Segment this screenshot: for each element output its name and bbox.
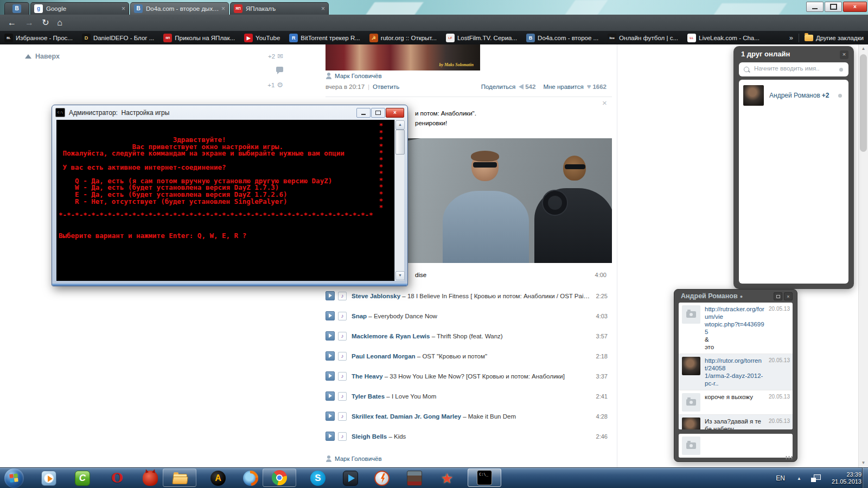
bookmark-item-0[interactable]: BLИзбранное - Прос... — [4, 34, 73, 42]
chat-message-link[interactable]: wtopic.php?t=4436995 — [705, 320, 764, 336]
audio-row-3[interactable]: ♪Paul Leonard Morgan – OST "Кровью и пот… — [326, 346, 608, 366]
home-button[interactable]: ⌂ — [53, 16, 66, 29]
taskbar-app-aimp[interactable] — [210, 471, 226, 486]
audio-artist-link[interactable]: Paul Leonard Morgan — [352, 353, 416, 359]
taskbar-app-firefox[interactable] — [243, 471, 258, 486]
add-audio-icon[interactable]: ♪ — [338, 312, 347, 320]
browser-tab-1[interactable]: gGoogle× — [30, 2, 129, 15]
chat-title[interactable]: Андрей Романов● — [681, 292, 743, 300]
language-indicator[interactable]: EN — [776, 474, 785, 482]
taskbar-app-player[interactable] — [343, 471, 358, 486]
window-close-button[interactable]: × — [843, 2, 867, 12]
friend-name-link[interactable]: Андрей Романов — [769, 92, 820, 99]
cmd-titlebar[interactable]: C:\ Администратор: Настройка игры × — [52, 105, 407, 120]
taskbar-app-wmp[interactable] — [41, 471, 56, 486]
clock[interactable]: 23:39 21.05.2013 — [832, 471, 861, 485]
browser-tab-3[interactable]: ЯПЯПлакалъ× — [230, 2, 329, 15]
cmd-minimize-button[interactable] — [356, 108, 371, 118]
add-audio-icon[interactable]: ♪ — [338, 292, 347, 300]
comments-badge[interactable] — [251, 67, 283, 72]
taskbar-app-explorer[interactable] — [163, 468, 196, 487]
hide-post-close-icon[interactable]: × — [602, 100, 607, 106]
show-desktop-button[interactable] — [862, 467, 868, 488]
chat-close-button[interactable]: × — [784, 292, 793, 300]
bookmarks-overflow-chevron[interactable]: » — [789, 34, 793, 42]
cmd-scrollbar[interactable]: ▲ ▼ — [394, 120, 404, 281]
attach-photo-avatar[interactable] — [682, 436, 700, 455]
audio-row-partial[interactable]: dise — [415, 272, 426, 278]
taskbar-app-photos[interactable] — [407, 471, 422, 486]
bookmark-item-3[interactable]: ▶YouTube — [244, 34, 280, 42]
tab-close-icon[interactable]: × — [221, 5, 225, 12]
audio-row-5[interactable]: ♪Tyler Bates – I Love You Mom2:41 — [326, 386, 608, 406]
play-button[interactable] — [326, 412, 335, 421]
bookmark-item-4[interactable]: RBitTorrent трекер R... — [289, 34, 360, 42]
add-audio-icon[interactable]: ♪ — [338, 432, 347, 441]
audio-artist-link[interactable]: Steve Jablonsky — [352, 293, 400, 299]
messages-badge[interactable]: +2✉ — [251, 52, 283, 60]
scroll-up-icon[interactable]: ▲ — [395, 120, 405, 130]
bookmark-item-2[interactable]: ЯППриколы на ЯПлак... — [163, 34, 235, 42]
next-post-author-link[interactable]: Марк Головичёв — [335, 455, 382, 462]
browser-tab-0[interactable]: B — [4, 2, 29, 15]
start-button[interactable] — [4, 468, 24, 488]
scroll-down-icon[interactable]: ▼ — [859, 459, 868, 467]
chat-input-area[interactable] — [679, 434, 793, 458]
audio-artist-link[interactable]: Snap — [352, 313, 367, 319]
bookmark-item-7[interactable]: BDo4a.com - второе ... — [526, 34, 598, 42]
taskbar-app-cmd[interactable] — [468, 468, 501, 487]
taskbar-app-skype[interactable] — [310, 471, 326, 486]
chat-resize-grip[interactable] — [785, 455, 793, 460]
audio-artist-link[interactable]: Sleigh Bells — [352, 433, 387, 440]
taskbar-app-star[interactable] — [439, 471, 455, 486]
taskbar-app-chrome[interactable] — [263, 468, 296, 487]
add-audio-icon[interactable]: ♪ — [338, 372, 347, 381]
chat-message-list[interactable]: http://rutracker.org/forum/viewtopic.php… — [679, 303, 793, 429]
friends-search-box[interactable] — [739, 62, 848, 76]
bookmark-item-8[interactable]: liveОнлайн футбол | с... — [608, 34, 678, 42]
cmd-scrollbar-thumb[interactable] — [395, 130, 405, 155]
like-link[interactable]: Мне нравится — [543, 84, 583, 90]
chat-message-link[interactable]: http://rutor.org/torrent/24058 — [705, 357, 764, 372]
taskbar-app-daemon[interactable] — [374, 471, 390, 486]
add-audio-icon[interactable]: ♪ — [338, 352, 347, 361]
other-bookmarks-button[interactable]: Другие закладки — [805, 35, 864, 41]
play-button[interactable] — [326, 311, 335, 320]
audio-artist-link[interactable]: Tyler Bates — [352, 393, 385, 400]
network-icon[interactable] — [811, 474, 821, 482]
play-button[interactable] — [326, 351, 335, 361]
audio-artist-link[interactable]: The Heavy — [352, 373, 383, 380]
settings-badge[interactable]: +1⚙ — [251, 81, 283, 89]
forward-button[interactable]: → — [23, 16, 36, 29]
taskbar-app-opera[interactable] — [110, 471, 125, 486]
play-button[interactable] — [326, 331, 335, 341]
taskbar-app-bittorrent[interactable] — [75, 471, 90, 486]
chat-popup-button[interactable] — [774, 292, 782, 300]
bookmark-item-9[interactable]: LLLiveLeak.com - Cha... — [687, 34, 760, 42]
reload-button[interactable]: ↻ — [39, 16, 52, 29]
friend-avatar[interactable] — [743, 85, 764, 106]
friend-list-item[interactable]: Андрей Романов+2 — [769, 92, 829, 99]
chat-message-link[interactable]: 1/arma-2-dayz-2012-pc-r.. — [705, 372, 764, 387]
browser-tab-2[interactable]: BDo4a.com - второе дыхани× — [130, 2, 229, 15]
tray-expand-icon[interactable]: ▲ — [797, 476, 801, 481]
cmd-close-button[interactable]: × — [386, 108, 404, 118]
share-link[interactable]: Поделиться — [481, 84, 516, 90]
add-audio-icon[interactable]: ♪ — [338, 332, 347, 341]
play-button[interactable] — [326, 371, 335, 381]
audio-row-1[interactable]: ♪Snap – Everybody Dance Now4:03 — [326, 306, 608, 326]
play-button[interactable] — [326, 391, 335, 401]
chat-message-input[interactable] — [705, 437, 788, 454]
scrollbar-thumb[interactable] — [860, 54, 867, 152]
page-scrollbar[interactable]: ▲ ▼ — [858, 44, 868, 467]
audio-row-4[interactable]: ♪The Heavy – 33 How You Like Me Now? [OS… — [326, 366, 608, 386]
taskbar-app-devil[interactable] — [143, 471, 158, 486]
add-audio-icon[interactable]: ♪ — [338, 392, 347, 401]
bookmark-item-1[interactable]: DDanielDEFO - Блог ... — [82, 34, 154, 42]
post-photo-strip[interactable]: by Maks Solomatin — [326, 44, 480, 70]
bookmark-item-5[interactable]: ☭rutor.org :: Открыт... — [369, 34, 437, 42]
post-author-link[interactable]: Марк Головичёв — [335, 73, 382, 79]
tab-close-icon[interactable]: × — [122, 5, 125, 12]
play-button[interactable] — [326, 432, 335, 441]
audio-row-7[interactable]: ♪Sleigh Bells – Kids2:46 — [326, 426, 608, 446]
